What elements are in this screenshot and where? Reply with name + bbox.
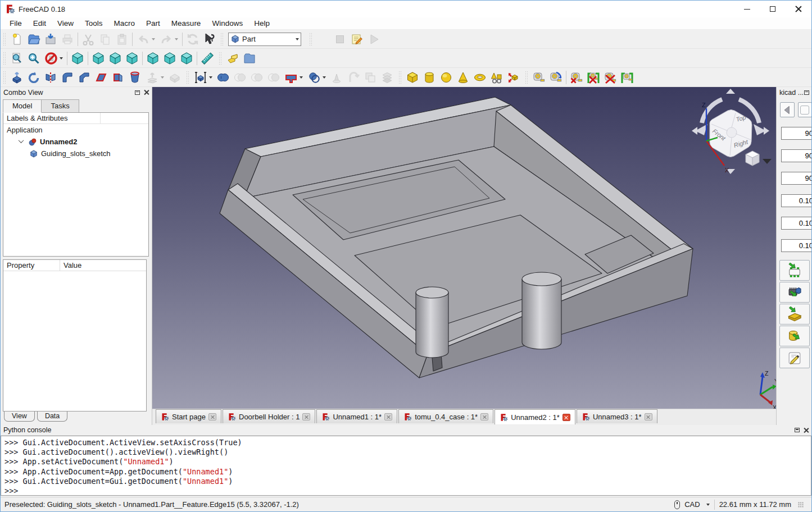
- print-button[interactable]: [59, 31, 76, 48]
- redo-button[interactable]: [157, 31, 180, 48]
- document-tab-doorbell[interactable]: Doorbell Holder : 1: [223, 409, 315, 423]
- macro-edit-button[interactable]: [348, 31, 365, 48]
- cut-button[interactable]: [80, 31, 97, 48]
- rp-export-ic-button[interactable]: [779, 282, 810, 303]
- float-panel-icon[interactable]: [795, 428, 800, 432]
- check-geometry-button[interactable]: [328, 69, 345, 86]
- menu-part[interactable]: Part: [140, 18, 166, 29]
- tab-close-icon[interactable]: [208, 413, 216, 420]
- workbench-selector[interactable]: Part: [228, 33, 301, 46]
- tree-item-application[interactable]: Application: [3, 124, 148, 136]
- shape-builder-button[interactable]: [505, 69, 522, 86]
- nav-left-arrow[interactable]: [692, 127, 697, 135]
- toolbar-grip[interactable]: [3, 71, 6, 84]
- maximize-button[interactable]: [760, 1, 786, 17]
- menu-edit[interactable]: Edit: [28, 18, 52, 29]
- split-features-button[interactable]: [305, 69, 328, 86]
- tab-tasks[interactable]: Tasks: [41, 99, 79, 113]
- sweep-button[interactable]: [143, 69, 166, 86]
- kicad-field-4[interactable]: [781, 194, 812, 207]
- kicad-field-1[interactable]: [781, 127, 812, 140]
- close-button[interactable]: [786, 1, 811, 17]
- float-panel-icon[interactable]: [804, 90, 809, 95]
- toolbar-grip[interactable]: [219, 52, 222, 65]
- toolbar-grip[interactable]: [309, 33, 312, 45]
- measure-distance-button[interactable]: [199, 50, 216, 67]
- kicad-field-6[interactable]: [781, 239, 812, 252]
- resize-grip[interactable]: [798, 502, 804, 508]
- cut-boolean-button[interactable]: [232, 69, 248, 86]
- toolbar-grip[interactable]: [398, 71, 402, 84]
- torus-primitive-button[interactable]: [471, 69, 488, 86]
- cone-primitive-button[interactable]: [455, 69, 471, 86]
- save-button[interactable]: [42, 31, 59, 48]
- rp-export-db-button[interactable]: [779, 326, 810, 346]
- nav-right-arrow[interactable]: [764, 127, 769, 135]
- close-panel-icon[interactable]: [144, 90, 149, 95]
- nav-up-arrow[interactable]: [726, 89, 735, 94]
- document-tab-unnamed2[interactable]: Unnamed2 : 1*: [495, 409, 575, 424]
- document-tab-unnamed3[interactable]: Unnamed3 : 1*: [577, 409, 657, 423]
- tab-model[interactable]: Model: [3, 99, 42, 113]
- part-folder-button[interactable]: [241, 50, 258, 67]
- cylinder-primitive-button[interactable]: [421, 69, 438, 86]
- cross-sections-button[interactable]: [379, 69, 396, 86]
- join-features-button[interactable]: [282, 69, 305, 86]
- 3d-viewport[interactable]: Top Front Right Z X Z Y X: [152, 87, 776, 409]
- rp-load-footprint-button[interactable]: [779, 260, 810, 281]
- menu-help[interactable]: Help: [248, 18, 275, 29]
- sphere-primitive-button[interactable]: [438, 69, 455, 86]
- document-tab-unnamed1[interactable]: Unnamed1 : 1*: [316, 409, 397, 423]
- refine-shape-button[interactable]: [362, 69, 379, 86]
- view-front-button[interactable]: [90, 50, 107, 67]
- nav-style-selector[interactable]: CAD: [684, 500, 700, 509]
- toolbar-grip[interactable]: [525, 71, 528, 84]
- kicad-field-3[interactable]: [781, 172, 812, 185]
- measure-linear-button[interactable]: [530, 69, 547, 86]
- intersection-button[interactable]: [265, 69, 282, 86]
- defeaturing-button[interactable]: [345, 69, 362, 86]
- chamfer-button[interactable]: [76, 69, 93, 86]
- toolbar-grip[interactable]: [3, 33, 6, 45]
- boolean-button[interactable]: [192, 69, 215, 86]
- menu-macro[interactable]: Macro: [108, 18, 141, 29]
- tab-view[interactable]: View: [4, 412, 35, 422]
- undo-button[interactable]: [134, 31, 157, 48]
- ruled-surface-button[interactable]: [110, 69, 126, 86]
- view-rear-button[interactable]: [144, 50, 161, 67]
- menu-view[interactable]: View: [52, 18, 79, 29]
- toolbar-grip[interactable]: [3, 52, 6, 65]
- fillet-button[interactable]: [59, 69, 76, 86]
- tree-item-unnamed2[interactable]: Unnamed2: [3, 136, 148, 148]
- measure-angular-button[interactable]: [547, 69, 564, 86]
- clear-measurements-button[interactable]: [568, 69, 585, 86]
- revolve-button[interactable]: [25, 69, 42, 86]
- macro-execute-button[interactable]: [365, 31, 382, 48]
- toolbar-grip[interactable]: [186, 71, 189, 84]
- kicad-field-5[interactable]: [781, 217, 812, 230]
- make-face-button[interactable]: [93, 69, 110, 86]
- tab-close-icon[interactable]: [480, 413, 488, 420]
- part-import-button[interactable]: [224, 50, 241, 67]
- create-primitives-button[interactable]: [488, 69, 505, 86]
- minimize-button[interactable]: [734, 1, 760, 17]
- nav-style-dropdown-arrow[interactable]: [706, 504, 710, 506]
- menu-measure[interactable]: Measure: [166, 18, 207, 29]
- macro-stop-button[interactable]: [332, 31, 348, 48]
- navigation-cube[interactable]: Top Front Right Z X: [692, 89, 772, 174]
- menu-windows[interactable]: Windows: [206, 18, 248, 29]
- zoom-selection-button[interactable]: [25, 50, 42, 67]
- nav-mini-cube[interactable]: [746, 151, 759, 166]
- common-button[interactable]: [248, 69, 265, 86]
- macro-record-button[interactable]: [315, 31, 332, 48]
- view-left-button[interactable]: [178, 50, 195, 67]
- fit-all-button[interactable]: [8, 50, 25, 67]
- menu-file[interactable]: File: [4, 18, 28, 29]
- python-console-body[interactable]: >>> Gui.ActiveDocument.ActiveView.setAxi…: [1, 436, 811, 496]
- view-right-button[interactable]: [124, 50, 140, 67]
- kicad-field-2[interactable]: [781, 149, 812, 162]
- menu-tools[interactable]: Tools: [79, 18, 108, 29]
- extrude-button[interactable]: [8, 69, 25, 86]
- tab-data[interactable]: Data: [37, 412, 67, 422]
- kicad-back-button[interactable]: [780, 102, 795, 117]
